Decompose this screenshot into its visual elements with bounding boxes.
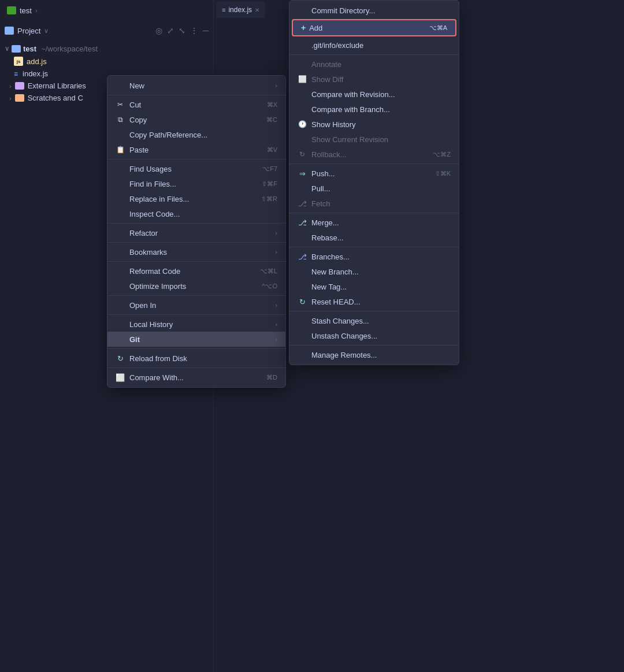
menu-open-in-label: Open In [129, 301, 156, 310]
compare-branch-icon [298, 105, 307, 114]
toolbar-collapse-icon[interactable]: ⤡ [179, 26, 185, 35]
tab-index-js[interactable]: ≡ index.js ✕ [216, 2, 265, 18]
paste-icon: 📋 [116, 145, 125, 154]
menu-bookmarks-label: Bookmarks [129, 248, 167, 257]
separator-9 [107, 367, 285, 368]
menu-refactor-label: Refactor [129, 229, 158, 237]
title-bar: test › [0, 0, 213, 21]
git-commit-directory[interactable]: Commit Directory... [289, 3, 459, 18]
git-branches[interactable]: ⎇ Branches... [289, 249, 459, 264]
git-new-branch-label: New Branch... [311, 268, 359, 276]
git-push-label: Push... [311, 169, 335, 178]
git-menu-icon [116, 335, 125, 344]
copy-icon: ⧉ [116, 115, 125, 124]
menu-item-new[interactable]: New › [107, 78, 285, 93]
reload-icon: ↻ [116, 354, 125, 363]
show-diff-icon: ⬜ [298, 75, 307, 84]
menu-item-cut[interactable]: ✂ Cut ⌘X [107, 97, 285, 112]
project-dropdown-arrow[interactable]: ∨ [44, 27, 49, 35]
history-clock-icon: 🕐 [298, 120, 307, 129]
git-pull[interactable]: Pull... [289, 181, 459, 196]
branches-icon: ⎇ [298, 252, 307, 261]
git-reset-head[interactable]: ↻ Reset HEAD... [289, 294, 459, 309]
root-folder-path: ~/workspace/test [41, 44, 98, 53]
toolbar-more-icon[interactable]: ⋮ [190, 26, 198, 35]
unstash-icon [298, 331, 307, 340]
git-fetch-label: Fetch [311, 199, 330, 208]
menu-item-find-in-files[interactable]: Find in Files... ⇧⌘F [107, 176, 285, 191]
toolbar-expand-icon[interactable]: ⤢ [167, 26, 174, 35]
git-annotate: Annotate [289, 57, 459, 72]
folder-icon [7, 6, 16, 14]
compare-icon: ⬜ [116, 373, 125, 382]
git-merge[interactable]: ⎇ Merge... [289, 215, 459, 230]
git-show-current-revision: Show Current Revision [289, 132, 459, 147]
git-show-history[interactable]: 🕐 Show History [289, 117, 459, 132]
merge-icon: ⎇ [298, 218, 307, 227]
menu-item-paste[interactable]: 📋 Paste ⌘V [107, 142, 285, 157]
menu-item-copy-path[interactable]: Copy Path/Reference... [107, 127, 285, 142]
js-icon-add: js [14, 57, 23, 66]
rollback-shortcut: ⌥⌘Z [433, 151, 451, 158]
menu-item-reformat[interactable]: Reformat Code ⌥⌘L [107, 263, 285, 279]
menu-item-local-history[interactable]: Local History › [107, 317, 285, 332]
menu-cut-label: Cut [129, 101, 141, 109]
git-compare-branch[interactable]: Compare with Branch... [289, 102, 459, 117]
menu-item-find-usages[interactable]: Find Usages ⌥F7 [107, 161, 285, 176]
new-branch-icon [298, 267, 307, 276]
menu-item-refactor[interactable]: Refactor › [107, 225, 285, 240]
find-files-shortcut: ⇧⌘F [262, 180, 277, 188]
inspect-code-icon [116, 209, 125, 218]
title-folder-name: test [20, 6, 32, 15]
git-manage-remotes[interactable]: Manage Remotes... [289, 347, 459, 362]
menu-copy-path-label: Copy Path/Reference... [129, 131, 207, 139]
optimize-shortcut: ^⌥O [262, 283, 277, 290]
menu-reformat-label: Reformat Code [129, 267, 180, 276]
tab-icon: ≡ [222, 6, 225, 13]
root-expand-arrow[interactable]: ∨ [5, 45, 9, 53]
git-compare-revision[interactable]: Compare with Revision... [289, 87, 459, 102]
tab-close-button[interactable]: ✕ [255, 7, 259, 13]
separator-1 [107, 95, 285, 95]
menu-item-open-in[interactable]: Open In › [107, 298, 285, 313]
git-unstash[interactable]: Unstash Changes... [289, 328, 459, 343]
menu-item-copy[interactable]: ⧉ Copy ⌘C [107, 112, 285, 127]
annotate-icon [298, 60, 307, 69]
git-rebase[interactable]: Rebase... [289, 230, 459, 245]
root-folder-name: test [23, 44, 36, 53]
menu-item-replace-files[interactable]: Replace in Files... ⇧⌘R [107, 191, 285, 206]
menu-local-history-label: Local History [129, 320, 173, 329]
menu-item-optimize[interactable]: Optimize Imports ^⌥O [107, 279, 285, 294]
file-add-js-label: add.js [27, 57, 47, 66]
refactor-arrow: › [275, 229, 277, 236]
toolbar-minimize-icon[interactable]: ─ [203, 26, 209, 35]
git-info-exclude[interactable]: .git/info/exclude [289, 38, 459, 53]
menu-item-compare[interactable]: ⬜ Compare With... ⌘D [107, 370, 285, 385]
open-in-icon [116, 300, 125, 310]
refactor-icon [116, 228, 125, 237]
new-arrow: › [275, 82, 277, 89]
git-stash[interactable]: Stash Changes... [289, 313, 459, 328]
git-compare-revision-label: Compare with Revision... [311, 90, 395, 99]
fetch-icon: ⎇ [298, 199, 307, 208]
git-new-branch[interactable]: New Branch... [289, 264, 459, 279]
menu-item-inspect-code[interactable]: Inspect Code... [107, 206, 285, 221]
git-new-tag[interactable]: New Tag... [289, 279, 459, 294]
git-push[interactable]: ⇒ Push... ⇧⌘K [289, 166, 459, 181]
local-history-icon [116, 320, 125, 329]
menu-item-bookmarks[interactable]: Bookmarks › [107, 244, 285, 259]
menu-item-reload[interactable]: ↻ Reload from Disk [107, 351, 285, 366]
git-show-diff-label: Show Diff [311, 75, 343, 84]
menu-find-files-label: Find in Files... [129, 180, 176, 188]
project-label[interactable]: Project [17, 27, 40, 35]
index-js-list-icon: ≡ [14, 70, 18, 78]
open-in-arrow: › [275, 302, 277, 309]
file-add-js[interactable]: js add.js [0, 55, 213, 68]
menu-item-git[interactable]: Git › [107, 332, 285, 347]
git-add-item[interactable]: + Add ⌥⌘A [292, 19, 456, 36]
root-folder-icon [12, 45, 21, 53]
toolbar-target-icon[interactable]: ◎ [155, 26, 162, 35]
scratches-label: Scratches and C [28, 94, 83, 102]
cut-shortcut: ⌘X [267, 101, 277, 109]
bookmarks-icon [116, 247, 125, 257]
